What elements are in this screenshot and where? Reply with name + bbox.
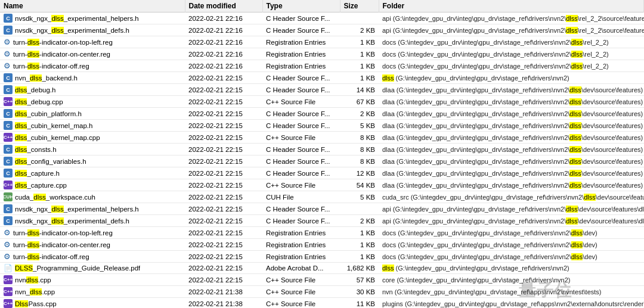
file-date: 2022-02-21 22:15 (185, 215, 262, 227)
table-row[interactable]: CUHcuda_dlss_workspace.cuh2022-02-21 22:… (0, 191, 644, 203)
file-type: C++ Source File (262, 274, 340, 286)
table-row[interactable]: C++nvn_dlss.cpp2022-02-21 21:38C++ Sourc… (0, 286, 644, 298)
file-folder: docs (G:\integdev_gpu_drv\integ\gpu_drv\… (379, 251, 644, 263)
table-row[interactable]: Cdlss_capture.h2022-02-21 22:15C Header … (0, 167, 644, 179)
file-date: 2022-02-21 22:16 (185, 36, 262, 48)
file-size: 1,682 KB (340, 263, 379, 274)
file-folder: cuda_src (G:\integdev_gpu_drv\integ\gpu_… (379, 191, 644, 203)
file-date: 2022-02-21 22:15 (185, 203, 262, 215)
file-date: 2022-02-21 21:38 (185, 286, 262, 298)
file-name: nvn_dlss.cpp (15, 288, 55, 295)
file-date: 2022-02-21 22:15 (185, 167, 262, 179)
c-header-icon: C (4, 14, 13, 23)
file-name-cell: ⚙turn-dlss-indicator-off.reg (0, 60, 185, 72)
cuh-icon: CUH (4, 192, 13, 201)
file-date: 2022-02-21 22:15 (185, 144, 262, 155)
table-row[interactable]: ⚙turn-dlss-indicator-on-center.reg2022-0… (0, 48, 644, 60)
table-header-row: Name Date modified Type Size Folder (0, 0, 644, 13)
file-name-cell: C++DlssPass.cpp (0, 298, 185, 309)
file-folder: api (G:\integdev_gpu_drv\integ\gpu_drv\s… (379, 203, 644, 215)
file-type: Registration Entries (262, 227, 340, 239)
table-row[interactable]: C++DlssPass.cpp2022-02-21 21:38C++ Sourc… (0, 298, 644, 309)
table-row[interactable]: Cnvn_dlss_backend.h2022-02-21 22:15C Hea… (0, 72, 644, 84)
table-row[interactable]: ⚙turn-dlss-indicator-off.reg2022-02-21 2… (0, 251, 644, 263)
table-row[interactable]: Cnvsdk_ngx_dlss_experimental_defs.h2022-… (0, 215, 644, 227)
file-list-container[interactable]: Name Date modified Type Size Folder Cnvs… (0, 0, 644, 308)
c-header-icon: C (4, 26, 13, 35)
table-row[interactable]: Cnvsdk_ngx_dlss_experimental_helpers.h20… (0, 203, 644, 215)
col-header-date[interactable]: Date modified (185, 0, 262, 13)
file-type: C++ Source File (262, 132, 340, 144)
file-name: dlss_consts.h (15, 146, 57, 153)
file-type: C Header Source F... (262, 203, 340, 215)
c-header-icon: C (4, 121, 13, 130)
file-size: 67 KB (340, 96, 379, 108)
file-date: 2022-02-21 21:38 (185, 298, 262, 309)
file-name: turn-dlss-indicator-off.reg (13, 63, 89, 70)
table-row[interactable]: C++dlss_capture.cpp2022-02-21 22:15C++ S… (0, 179, 644, 191)
table-row[interactable]: Cdlss_consts.h2022-02-21 22:15C Header S… (0, 144, 644, 155)
table-row[interactable]: Cnvsdk_ngx_dlss_experimental_helpers.h20… (0, 13, 644, 24)
col-header-size[interactable]: Size (340, 0, 379, 13)
file-name: dlss_config_variables.h (15, 158, 86, 165)
file-type: C++ Source File (262, 298, 340, 309)
file-name-cell: Cnvsdk_ngx_dlss_experimental_defs.h (0, 24, 185, 36)
reg-icon: ⚙ (4, 252, 11, 261)
file-type: C Header Source F... (262, 72, 340, 84)
col-header-type[interactable]: Type (262, 0, 340, 13)
cpp-icon: C++ (4, 181, 13, 189)
table-row[interactable]: Cdlss_config_variables.h2022-02-21 22:15… (0, 155, 644, 167)
file-name-cell: 📄DLSS_Programming_Guide_Release.pdf (0, 263, 185, 274)
cpp-icon: C++ (4, 275, 13, 284)
file-date: 2022-02-21 22:16 (185, 48, 262, 60)
file-type: C++ Source File (262, 96, 340, 108)
file-name: nvsdk_ngx_dlss_experimental_helpers.h (15, 206, 139, 213)
file-date: 2022-02-21 22:15 (185, 96, 262, 108)
file-name: dlss_capture.h (15, 170, 60, 177)
file-folder: dlaa (G:\integdev_gpu_drv\integ\gpu_drv\… (379, 120, 644, 132)
table-row[interactable]: ⚙turn-dlss-indicator-on-top-left.reg2022… (0, 36, 644, 48)
file-date: 2022-02-21 22:15 (185, 84, 262, 96)
file-type: Registration Entries (262, 239, 340, 251)
file-type: Registration Entries (262, 36, 340, 48)
file-name: dlss_capture.cpp (15, 182, 67, 189)
col-header-folder[interactable]: Folder (379, 0, 644, 13)
file-name-cell: Cdlss_debug.h (0, 84, 185, 96)
file-type: CUH File (262, 191, 340, 203)
file-name: dlss_cubin_kernel_map.cpp (15, 134, 100, 141)
file-type: C Header Source F... (262, 108, 340, 120)
table-row[interactable]: Cdlss_cubin_kernel_map.h2022-02-21 22:15… (0, 120, 644, 132)
table-row[interactable]: C++dlss_cubin_kernel_map.cpp2022-02-21 2… (0, 132, 644, 144)
file-name-cell: Cnvsdk_ngx_dlss_experimental_helpers.h (0, 203, 185, 215)
file-folder: docs (G:\integdev_gpu_drv\integ\gpu_drv\… (379, 60, 644, 72)
table-row[interactable]: C++nvndlss.cpp2022-02-21 22:15C++ Source… (0, 274, 644, 286)
table-row[interactable]: ⚙turn-dlss-indicator-on-center.reg2022-0… (0, 239, 644, 251)
c-header-icon: C (4, 204, 13, 213)
file-folder: dlaa (G:\integdev_gpu_drv\integ\gpu_drv\… (379, 96, 644, 108)
table-row[interactable]: Cnvsdk_ngx_dlss_experimental_defs.h2022-… (0, 24, 644, 36)
file-type: C Header Source F... (262, 120, 340, 132)
table-row[interactable]: ⚙turn-dlss-indicator-on-top-left.reg2022… (0, 227, 644, 239)
table-row[interactable]: C++dlss_debug.cpp2022-02-21 22:15C++ Sou… (0, 96, 644, 108)
file-name-cell: Cdlss_capture.h (0, 167, 185, 179)
file-folder: nvn (G:\integdev_gpu_drv\integ\gpu_drv\s… (379, 286, 644, 298)
file-date: 2022-02-21 22:15 (185, 191, 262, 203)
file-name: turn-dlss-indicator-on-top-left.reg (13, 39, 113, 46)
file-folder: dlaa (G:\integdev_gpu_drv\integ\gpu_drv\… (379, 144, 644, 155)
file-date: 2022-02-21 22:15 (185, 155, 262, 167)
c-header-icon: C (4, 216, 13, 225)
table-row[interactable]: Cdlss_debug.h2022-02-21 22:15C Header So… (0, 84, 644, 96)
file-size: 8 KB (340, 155, 379, 167)
reg-icon: ⚙ (4, 61, 11, 70)
reg-icon: ⚙ (4, 228, 11, 237)
file-size: 57 KB (340, 274, 379, 286)
file-folder: core (G:\integdev_gpu_drv\integ\gpu_drv\… (379, 274, 644, 286)
col-header-name[interactable]: Name (0, 0, 185, 13)
table-row[interactable]: ⚙turn-dlss-indicator-off.reg2022-02-21 2… (0, 60, 644, 72)
file-folder: dlaa (G:\integdev_gpu_drv\integ\gpu_drv\… (379, 179, 644, 191)
file-size: 11 KB (340, 298, 379, 309)
file-type: C++ Source File (262, 179, 340, 191)
file-size: 5 KB (340, 191, 379, 203)
table-row[interactable]: Cdlss_cubin_platform.h2022-02-21 22:15C … (0, 108, 644, 120)
table-row[interactable]: 📄DLSS_Programming_Guide_Release.pdf2022-… (0, 263, 644, 274)
